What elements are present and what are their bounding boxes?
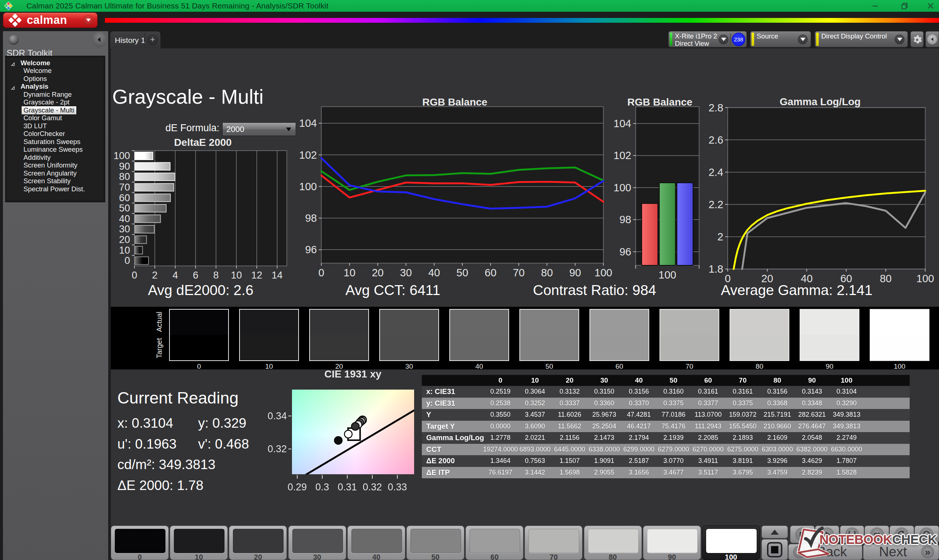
table-cell: 19274.0000 [483, 444, 518, 455]
table-cell-filler [864, 421, 910, 432]
tree-item-label: Screen Stability [22, 177, 72, 185]
table-cell-filler [864, 409, 910, 421]
patch-level-label: 80 [584, 553, 641, 560]
tree-group-welcome[interactable]: Welcome [6, 59, 105, 67]
tree-item-screen-angularity[interactable]: Screen Angularity [6, 169, 105, 177]
swatch-target-half [380, 335, 438, 360]
watermark-word2: CHECK [892, 532, 937, 546]
grayscale-swatch-0[interactable] [169, 309, 229, 361]
table-row-label: ΔE 2000 [422, 455, 483, 467]
tree-group-analysis[interactable]: Analysis [6, 83, 105, 91]
grayscale-swatch-20[interactable] [309, 309, 369, 361]
source-dropdown-icon[interactable] [798, 34, 808, 45]
svg-text:30: 30 [400, 267, 412, 278]
tree-item-luminance-sweeps[interactable]: Luminance Sweeps [6, 146, 105, 154]
table-col-header-80: 80 [760, 375, 794, 386]
tree-item-screen-uniformity[interactable]: Screen Uniformity [6, 162, 105, 170]
add-tab-button[interactable]: + [145, 32, 160, 48]
tree-expander-icon[interactable] [11, 60, 16, 65]
level-patch-button-0[interactable]: 0 [111, 526, 169, 560]
table-header-filler [864, 375, 910, 386]
table-cell-filler [864, 444, 910, 455]
level-patch-button-20[interactable]: 20 [229, 526, 287, 560]
actual-row-label: Actual [155, 312, 163, 332]
svg-text:102: 102 [614, 149, 631, 161]
tree-item-options[interactable]: Options [6, 75, 105, 83]
tree-item-grayscale-2pt[interactable]: Grayscale - 2pt [6, 98, 105, 107]
swatch-level-label: 80 [729, 363, 789, 371]
tree-item-additivity[interactable]: Additivity [6, 154, 105, 162]
table-row-label: Y [422, 409, 483, 421]
settings-button[interactable] [910, 31, 924, 47]
tree-item-label: Grayscale - Multi [22, 106, 76, 114]
tree-item-welcome[interactable]: Welcome [6, 67, 105, 75]
level-patch-button-100[interactable]: 100 [702, 526, 760, 560]
tree-expander-icon[interactable] [11, 84, 16, 89]
tree-item-saturation-sweeps[interactable]: Saturation Sweeps [6, 138, 105, 146]
sidebar-collapse-button[interactable] [92, 32, 107, 47]
swatch-target-half [520, 335, 578, 360]
sidebar-dot-indicator[interactable] [9, 35, 19, 45]
close-button[interactable] [920, 0, 939, 12]
grayscale-swatch-10[interactable] [239, 309, 299, 361]
grayscale-swatch-60[interactable] [589, 309, 649, 361]
minimize-button[interactable] [864, 0, 886, 12]
tree-item-color-gamut[interactable]: Color Gamut [6, 114, 105, 122]
table-col-header-100: 100 [830, 375, 864, 386]
svg-text:40: 40 [428, 267, 440, 278]
grayscale-swatch-90[interactable] [800, 309, 859, 361]
svg-text:30: 30 [119, 223, 130, 235]
table-cell: 6303.0000 [760, 444, 794, 455]
meter-dropdown-icon[interactable] [719, 34, 728, 45]
tree-item-grayscale-multi[interactable]: Grayscale - Multi [6, 106, 105, 114]
svg-text:0: 0 [318, 267, 324, 278]
table-cell: 3.9296 [760, 455, 794, 467]
table-cell: 3.8191 [726, 455, 760, 467]
grayscale-swatch-50[interactable] [520, 309, 579, 361]
tree-item-3d-lut[interactable]: 3D LUT [6, 122, 105, 130]
table-cell: 2.8239 [795, 467, 830, 478]
display-dropdown-icon[interactable] [894, 34, 905, 45]
grayscale-swatch-70[interactable] [660, 309, 719, 361]
level-patch-button-40[interactable]: 40 [347, 526, 405, 560]
table-cell: 3.5117 [691, 467, 725, 478]
tab-history-1[interactable]: History 1 + [110, 32, 160, 48]
level-patch-button-70[interactable]: 70 [524, 526, 583, 560]
table-cell: 0.3550 [483, 409, 518, 421]
grayscale-swatch-30[interactable] [379, 309, 439, 361]
meter-selector[interactable]: X-Rite i1Pro 2 Direct View 238 [668, 31, 747, 47]
table-row-label: CCT [422, 444, 483, 455]
level-patch-button-50[interactable]: 50 [406, 526, 464, 560]
table-cell: 0.3143 [795, 386, 830, 398]
grayscale-swatch-40[interactable] [449, 309, 509, 361]
table-cell: 0.3104 [830, 386, 864, 398]
table-row-label: Target Y [422, 421, 483, 432]
level-patch-button-30[interactable]: 30 [288, 526, 346, 560]
swatch-level-label: 0 [169, 363, 229, 371]
tree-item-dynamic-range[interactable]: Dynamic Range [6, 91, 105, 98]
table-cell: 155.5450 [726, 421, 760, 432]
level-patch-button-10[interactable]: 10 [170, 526, 228, 560]
sidebar: SDR Toolkit WelcomeWelcomeOptionsAnalysi… [3, 31, 108, 560]
table-cell-filler [864, 386, 910, 398]
swatch-actual-half [660, 310, 719, 335]
restore-button[interactable] [894, 0, 916, 12]
level-patch-button-80[interactable]: 80 [584, 526, 642, 560]
source-selector[interactable]: Source [750, 31, 811, 47]
calman-menu-button[interactable]: calman [3, 12, 97, 28]
scroll-up-button[interactable] [762, 526, 788, 538]
svg-text:98: 98 [305, 212, 317, 224]
tree-item-colorchecker[interactable]: ColorChecker [6, 130, 105, 138]
panel-collapse-button[interactable] [925, 31, 939, 47]
svg-text:50: 50 [456, 267, 468, 278]
grayscale-swatch-100[interactable] [870, 309, 930, 361]
display-control-selector[interactable]: Direct Display Control [815, 31, 908, 47]
tree-item-spectral-power-dist-[interactable]: Spectral Power Dist. [6, 185, 105, 193]
calman-dropdown-icon[interactable] [83, 15, 94, 25]
stop-button[interactable] [762, 539, 788, 560]
grayscale-swatch-80[interactable] [729, 309, 789, 361]
svg-text:0.29: 0.29 [288, 482, 307, 491]
level-patch-button-60[interactable]: 60 [466, 526, 523, 560]
level-patch-button-90[interactable]: 90 [643, 526, 701, 560]
tree-item-screen-stability[interactable]: Screen Stability [6, 177, 105, 185]
